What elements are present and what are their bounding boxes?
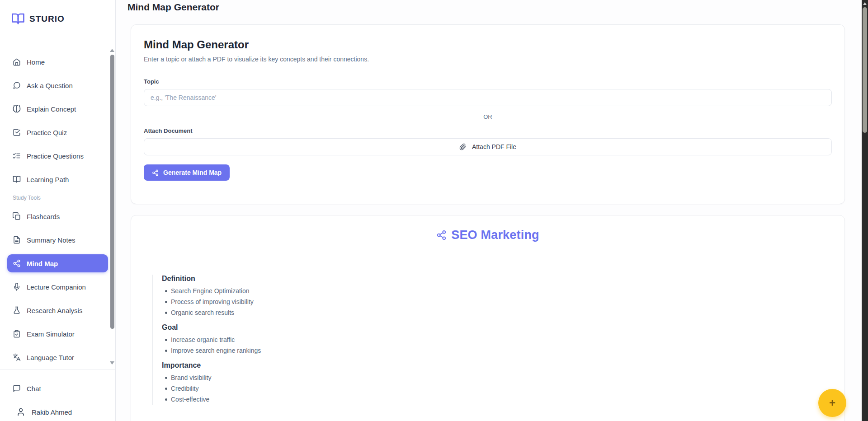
mind-map-branch-importance: Importance Brand visibility Credibility … [162,361,832,405]
home-icon [13,58,21,66]
microphone-icon [13,283,21,291]
branch-leaf: Process of improving visibility [162,296,832,307]
branch-title: Goal [162,323,832,332]
languages-icon [13,353,21,361]
sidebar-item-label: Ask a Question [27,82,73,89]
sidebar-item-language-tutor[interactable]: Language Tutor [0,348,108,366]
user-profile[interactable]: Rakib Ahmed [0,403,115,421]
branch-leaf: Improve search engine rankings [162,345,832,356]
sidebar-item-label: Lecture Companion [27,283,86,291]
paperclip-icon [459,143,467,150]
sidebar-item-label: Chat [27,385,41,393]
user-icon [16,407,25,416]
mind-map-branch-goal: Goal Increase organic traffic Improve se… [162,323,832,356]
branch-leaf: Organic search results [162,307,832,318]
mind-map-branch-definition: Definition Search Engine Optimization Pr… [162,275,832,318]
check-square-icon [13,128,21,136]
sidebar-scroll-up-arrow[interactable] [110,49,114,52]
sidebar-item-label: Language Tutor [27,354,74,361]
attach-pdf-button-label: Attach PDF File [472,143,516,150]
mind-map-branches: Definition Search Engine Optimization Pr… [152,275,832,405]
brain-icon [13,105,21,113]
main-content: Mind Map Generator Mind Map Generator En… [116,0,868,421]
window-scrollbar-thumb[interactable] [863,7,867,133]
share-nodes-icon [13,259,21,267]
or-divider: OR [144,113,832,120]
mind-map-root-node[interactable]: SEO Marketing [144,228,832,242]
sidebar-item-chat[interactable]: Chat [0,379,108,398]
scrollbar-up-arrow[interactable] [863,2,867,5]
sidebar: STURIO Home Ask a Question Explain Conce… [0,0,116,421]
app-logo[interactable]: STURIO [0,0,115,47]
study-tools-section-label: Study Tools [13,195,115,201]
generator-card-subtitle: Enter a topic or attach a PDF to visuali… [144,56,832,63]
message-circle-icon [13,81,21,89]
sidebar-item-learning-path[interactable]: Learning Path [0,170,108,188]
flask-icon [13,306,21,314]
mind-map-result-card: SEO Marketing Definition Search Engine O… [131,215,845,421]
branch-leaf: Credibility [162,383,832,394]
page-title: Mind Map Generator [127,2,868,13]
app-root: STURIO Home Ask a Question Explain Conce… [0,0,868,421]
book-logo-icon [11,12,25,25]
share-nodes-icon [436,230,447,240]
sidebar-item-practice-questions[interactable]: Practice Questions [0,147,108,165]
topic-input[interactable] [144,89,832,106]
sidebar-item-practice-quiz[interactable]: Practice Quiz [0,123,108,141]
sidebar-item-flashcards[interactable]: Flashcards [0,207,108,225]
sidebar-scroll-down-arrow[interactable] [110,361,114,365]
copy-icon [13,212,21,220]
clipboard-check-icon [13,330,21,338]
branch-leaf: Search Engine Optimization [162,285,832,296]
list-checks-icon [13,152,21,160]
sidebar-item-research-analysis[interactable]: Research Analysis [0,301,108,319]
app-name: STURIO [29,14,65,24]
sidebar-item-label: Practice Quiz [27,129,67,136]
sidebar-item-label: Summary Notes [27,236,75,244]
share-nodes-icon [152,169,159,176]
branch-title: Definition [162,275,832,283]
mind-map-generator-card: Mind Map Generator Enter a topic or atta… [131,24,845,204]
sidebar-item-label: Learning Path [27,176,69,183]
generate-mind-map-button[interactable]: Generate Mind Map [144,164,230,181]
sidebar-item-label: Flashcards [27,213,60,220]
sidebar-item-home[interactable]: Home [0,53,108,71]
branch-leaf: Brand visibility [162,372,832,383]
sidebar-bottom-section: Chat Rakib Ahmed [0,369,115,421]
generator-card-title: Mind Map Generator [144,38,832,51]
branch-title: Importance [162,361,832,370]
sidebar-item-label: Home [27,58,45,66]
sidebar-item-mind-map[interactable]: Mind Map [7,254,108,272]
sidebar-item-summary-notes[interactable]: Summary Notes [0,231,108,249]
sidebar-item-ask-a-question[interactable]: Ask a Question [0,76,108,94]
sidebar-item-label: Mind Map [27,260,58,267]
add-floating-button[interactable]: + [818,389,846,417]
user-name: Rakib Ahmed [32,408,72,416]
generate-button-label: Generate Mind Map [163,169,222,176]
attach-document-label: Attach Document [144,127,832,134]
branch-leaf: Increase organic traffic [162,334,832,345]
sidebar-item-label: Exam Simulator [27,330,75,338]
sidebar-item-label: Explain Concept [27,105,76,113]
mind-map-title: SEO Marketing [451,228,539,242]
sidebar-item-lecture-companion[interactable]: Lecture Companion [0,278,108,296]
file-text-icon [13,236,21,244]
plus-icon: + [829,397,835,409]
sidebar-item-label: Research Analysis [27,307,82,314]
sidebar-scrollbar-thumb[interactable] [110,55,114,329]
sidebar-item-exam-simulator[interactable]: Exam Simulator [0,325,108,343]
window-scrollbar[interactable] [862,0,868,421]
attach-pdf-button[interactable]: Attach PDF File [144,138,832,155]
branch-leaf: Cost-effective [162,394,832,405]
topic-label: Topic [144,78,832,85]
sidebar-item-label: Practice Questions [27,152,84,160]
book-open-icon [13,175,21,183]
sidebar-item-explain-concept[interactable]: Explain Concept [0,100,108,118]
sidebar-nav: Home Ask a Question Explain Concept Prac… [0,47,115,369]
chat-icon [13,384,21,393]
